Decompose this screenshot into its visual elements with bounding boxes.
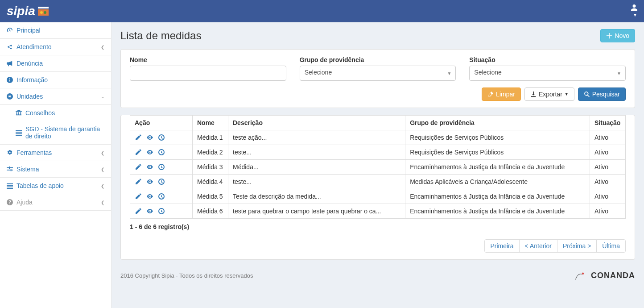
svg-point-3 [44, 11, 46, 14]
cell-nome: Médida 5 [193, 189, 228, 204]
nav-sistema[interactable]: Sistema ❮ [0, 161, 111, 178]
chevron-left-icon: ❮ [101, 45, 104, 50]
cell-grupo: Requisições de Serviços Públicos [405, 130, 590, 145]
nav-label: Conselhos [25, 109, 55, 117]
view-action[interactable] [146, 149, 153, 156]
view-action[interactable] [146, 193, 153, 200]
cell-nome: Médida 6 [193, 204, 228, 219]
nome-label: Nome [130, 56, 286, 63]
th-nome: Nome [193, 116, 228, 130]
nav-label: Informação [17, 76, 48, 83]
view-action[interactable] [146, 134, 153, 141]
clock-icon [158, 163, 165, 171]
nav-label: Ajuda [17, 199, 33, 206]
page-prev[interactable]: < Anterior [519, 239, 557, 253]
novo-button[interactable]: Novo [600, 29, 635, 42]
page-last[interactable]: Última [596, 239, 626, 253]
results-table: Ação Nome Descrição Grupo de providência… [130, 115, 626, 219]
pencil-icon [135, 134, 142, 141]
nav-label: Atendimento [17, 43, 52, 50]
nav-tabelas[interactable]: Tabelas de apoio ❮ [0, 178, 111, 194]
conanda-text: CONANDA [591, 271, 635, 280]
results-panel: Ação Nome Descrição Grupo de providência… [120, 115, 635, 260]
grupo-select[interactable]: Selecione [300, 66, 456, 81]
pesquisar-button[interactable]: Pesquisar [578, 87, 626, 101]
history-action[interactable] [158, 163, 165, 171]
topbar: sipia ▼ [0, 0, 644, 22]
conanda-logo: CONANDA [575, 271, 635, 280]
svg-rect-1 [38, 9, 49, 16]
view-action[interactable] [146, 163, 153, 171]
filter-panel: Nome Grupo de providência Selecione ▼ Si… [120, 49, 635, 108]
cell-situacao: Ativo [590, 160, 626, 175]
edit-action[interactable] [135, 149, 142, 156]
chevron-left-icon: ❮ [101, 167, 104, 172]
th-situacao: Situação [590, 116, 626, 130]
pencil-icon [135, 149, 142, 156]
table-row: Médida 3 Médida... Encaminhamentos à Jus… [130, 160, 626, 175]
situacao-select[interactable]: Selecione [469, 66, 626, 81]
edit-action[interactable] [135, 178, 142, 185]
history-action[interactable] [158, 208, 165, 215]
cell-grupo: Requisições de Serviços Públicos [405, 145, 590, 160]
nav-sgd[interactable]: SGD - Sistema de garantia de direito [0, 121, 111, 144]
edit-action[interactable] [135, 134, 142, 141]
nome-input[interactable] [130, 66, 286, 81]
history-action[interactable] [158, 193, 165, 200]
view-action[interactable] [146, 208, 153, 215]
bank-icon [16, 110, 22, 116]
svg-point-2 [40, 11, 43, 14]
history-action[interactable] [158, 134, 165, 141]
edit-action[interactable] [135, 208, 142, 215]
exportar-button[interactable]: Exportar ▼ [524, 87, 574, 101]
table-row: Médida 5 Teste da descrição da medida...… [130, 189, 626, 204]
clock-icon [158, 178, 165, 185]
nav-unidades[interactable]: Unidades ⌄ [0, 88, 111, 105]
eye-icon [146, 134, 153, 141]
footer: 2016 Copyright Sipia - Todos os direitos… [120, 266, 635, 280]
button-label: Pesquisar [592, 91, 620, 98]
nav-denuncia[interactable]: Denúncia [0, 55, 111, 72]
nav-label: Principal [17, 27, 41, 34]
limpar-button[interactable]: Limpar [482, 87, 521, 101]
nav-ferramentas[interactable]: Ferramentas ❮ [0, 144, 111, 161]
history-action[interactable] [158, 149, 165, 156]
cell-descricao: Teste da descrição da medida... [228, 189, 405, 204]
nav-informacao[interactable]: Informação [0, 72, 111, 88]
logo[interactable]: sipia [7, 4, 50, 18]
nav-conselhos[interactable]: Conselhos [0, 105, 111, 121]
cell-grupo: Medidas Aplicáveis a Criança/Adolescente [405, 175, 590, 189]
sliders-icon [7, 166, 13, 172]
eye-icon [146, 163, 153, 171]
pencil-icon [135, 178, 142, 185]
page-first[interactable]: Primeira [484, 239, 519, 253]
cell-descricao: teste... [228, 175, 405, 189]
view-action[interactable] [146, 178, 153, 185]
logo-text: sipia [7, 4, 35, 18]
cell-descricao: teste para quebrar o campo teste para qu… [228, 204, 405, 219]
cell-descricao: teste... [228, 145, 405, 160]
eye-icon [146, 208, 153, 215]
pagination: Primeira < Anterior Próxima > Última [130, 239, 626, 253]
list-icon [7, 183, 13, 189]
cell-nome: Médida 3 [193, 160, 228, 175]
arrows-icon [7, 93, 13, 100]
user-menu[interactable]: ▼ [631, 4, 637, 18]
edit-action[interactable] [135, 193, 142, 200]
history-action[interactable] [158, 178, 165, 185]
nav-atendimento[interactable]: Atendimento ❮ [0, 39, 111, 55]
cell-nome: Médida 1 [193, 130, 228, 145]
edit-action[interactable] [135, 163, 142, 171]
cell-situacao: Ativo [590, 189, 626, 204]
cell-nome: Medida 2 [193, 145, 228, 160]
chevron-down-icon: ⌄ [101, 94, 104, 99]
select-placeholder: Selecione [305, 69, 332, 76]
page-next[interactable]: Próxima > [557, 239, 597, 253]
nav-ajuda[interactable]: Ajuda ❮ [0, 194, 111, 211]
bullhorn-icon [7, 60, 13, 67]
conanda-icon [575, 271, 588, 280]
eraser-icon [487, 91, 494, 97]
th-descricao: Descrição [228, 116, 405, 130]
nav-principal[interactable]: Principal [0, 22, 111, 39]
cell-descricao: Médida... [228, 160, 405, 175]
